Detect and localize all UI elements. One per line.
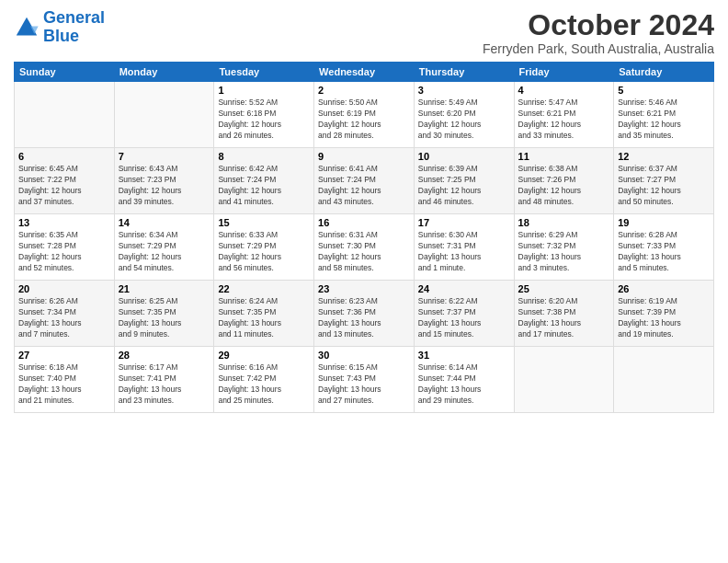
day-info: Sunrise: 6:14 AMSunset: 7:44 PMDaylight:…: [418, 362, 510, 407]
day-info: Sunrise: 5:50 AMSunset: 6:19 PMDaylight:…: [318, 98, 410, 142]
calendar-week-row: 13Sunrise: 6:35 AMSunset: 7:28 PMDayligh…: [15, 214, 714, 281]
table-row: 8Sunrise: 6:42 AMSunset: 7:24 PMDaylight…: [214, 148, 314, 214]
header-wednesday: Wednesday: [314, 63, 415, 82]
day-number: 2: [318, 85, 410, 96]
day-number: 6: [18, 151, 110, 162]
header-saturday: Saturday: [614, 63, 714, 82]
day-number: 26: [618, 283, 710, 294]
day-number: 20: [18, 283, 110, 294]
table-row: 1Sunrise: 5:52 AMSunset: 6:18 PMDaylight…: [214, 82, 314, 148]
logo-icon: [14, 15, 40, 40]
table-row: 6Sunrise: 6:45 AMSunset: 7:22 PMDaylight…: [15, 148, 115, 214]
day-number: 4: [518, 85, 610, 96]
table-row: 24Sunrise: 6:22 AMSunset: 7:37 PMDayligh…: [414, 281, 514, 347]
table-row: 29Sunrise: 6:16 AMSunset: 7:42 PMDayligh…: [214, 347, 314, 413]
day-info: Sunrise: 6:28 AMSunset: 7:33 PMDaylight:…: [618, 230, 710, 274]
day-info: Sunrise: 6:42 AMSunset: 7:24 PMDaylight:…: [218, 164, 310, 208]
day-number: 25: [518, 283, 610, 294]
day-number: 8: [218, 151, 310, 162]
header: General Blue October 2024 Ferryden Park,…: [14, 9, 714, 56]
table-row: 5Sunrise: 5:46 AMSunset: 6:21 PMDaylight…: [614, 82, 714, 148]
day-info: Sunrise: 6:25 AMSunset: 7:35 PMDaylight:…: [119, 296, 210, 340]
day-info: Sunrise: 6:29 AMSunset: 7:32 PMDaylight:…: [518, 230, 610, 274]
table-row: 30Sunrise: 6:15 AMSunset: 7:43 PMDayligh…: [314, 347, 415, 413]
day-info: Sunrise: 5:52 AMSunset: 6:18 PMDaylight:…: [218, 98, 310, 142]
table-row: 26Sunrise: 6:19 AMSunset: 7:39 PMDayligh…: [614, 281, 714, 347]
table-row: 27Sunrise: 6:18 AMSunset: 7:40 PMDayligh…: [15, 347, 115, 413]
table-row: 21Sunrise: 6:25 AMSunset: 7:35 PMDayligh…: [114, 281, 214, 347]
day-number: 31: [418, 350, 510, 361]
day-number: 22: [218, 283, 310, 294]
header-thursday: Thursday: [414, 63, 514, 82]
table-row: 7Sunrise: 6:43 AMSunset: 7:23 PMDaylight…: [114, 148, 214, 214]
day-number: 1: [218, 85, 310, 96]
day-info: Sunrise: 5:47 AMSunset: 6:21 PMDaylight:…: [518, 98, 610, 142]
title-area: October 2024 Ferryden Park, South Austra…: [483, 9, 714, 56]
table-row: 4Sunrise: 5:47 AMSunset: 6:21 PMDaylight…: [514, 82, 614, 148]
table-row: 3Sunrise: 5:49 AMSunset: 6:20 PMDaylight…: [414, 82, 514, 148]
day-number: 7: [119, 151, 210, 162]
day-number: 19: [618, 217, 710, 228]
table-row: 16Sunrise: 6:31 AMSunset: 7:30 PMDayligh…: [314, 214, 415, 281]
table-row: 9Sunrise: 6:41 AMSunset: 7:24 PMDaylight…: [314, 148, 415, 214]
day-info: Sunrise: 6:24 AMSunset: 7:35 PMDaylight:…: [218, 296, 310, 340]
day-info: Sunrise: 5:49 AMSunset: 6:20 PMDaylight:…: [418, 98, 510, 142]
table-row: 18Sunrise: 6:29 AMSunset: 7:32 PMDayligh…: [514, 214, 614, 281]
day-number: 3: [418, 85, 510, 96]
table-row: 12Sunrise: 6:37 AMSunset: 7:27 PMDayligh…: [614, 148, 714, 214]
table-row: 31Sunrise: 6:14 AMSunset: 7:44 PMDayligh…: [414, 347, 514, 413]
table-row: 28Sunrise: 6:17 AMSunset: 7:41 PMDayligh…: [114, 347, 214, 413]
calendar-week-row: 1Sunrise: 5:52 AMSunset: 6:18 PMDaylight…: [15, 82, 714, 148]
day-number: 17: [418, 217, 510, 228]
header-tuesday: Tuesday: [214, 63, 314, 82]
table-row: 13Sunrise: 6:35 AMSunset: 7:28 PMDayligh…: [15, 214, 115, 281]
day-number: 16: [318, 217, 410, 228]
day-info: Sunrise: 6:16 AMSunset: 7:42 PMDaylight:…: [218, 362, 310, 407]
day-info: Sunrise: 6:38 AMSunset: 7:26 PMDaylight:…: [518, 164, 610, 208]
day-info: Sunrise: 6:15 AMSunset: 7:43 PMDaylight:…: [318, 362, 410, 407]
day-info: Sunrise: 6:20 AMSunset: 7:38 PMDaylight:…: [518, 296, 610, 340]
table-row: 20Sunrise: 6:26 AMSunset: 7:34 PMDayligh…: [15, 281, 115, 347]
table-row: 23Sunrise: 6:23 AMSunset: 7:36 PMDayligh…: [314, 281, 415, 347]
header-friday: Friday: [514, 63, 614, 82]
day-info: Sunrise: 6:19 AMSunset: 7:39 PMDaylight:…: [618, 296, 710, 340]
table-row: 15Sunrise: 6:33 AMSunset: 7:29 PMDayligh…: [214, 214, 314, 281]
day-info: Sunrise: 6:30 AMSunset: 7:31 PMDaylight:…: [418, 230, 510, 274]
day-info: Sunrise: 6:41 AMSunset: 7:24 PMDaylight:…: [318, 164, 410, 208]
calendar-table: Sunday Monday Tuesday Wednesday Thursday…: [14, 62, 714, 413]
day-info: Sunrise: 5:46 AMSunset: 6:21 PMDaylight:…: [618, 98, 710, 142]
table-row: 19Sunrise: 6:28 AMSunset: 7:33 PMDayligh…: [614, 214, 714, 281]
month-title: October 2024: [483, 9, 714, 41]
day-info: Sunrise: 6:17 AMSunset: 7:41 PMDaylight:…: [119, 362, 210, 407]
table-row: [514, 347, 614, 413]
table-row: [114, 82, 214, 148]
day-number: 10: [418, 151, 510, 162]
day-number: 13: [18, 217, 110, 228]
day-info: Sunrise: 6:31 AMSunset: 7:30 PMDaylight:…: [318, 230, 410, 274]
day-info: Sunrise: 6:45 AMSunset: 7:22 PMDaylight:…: [18, 164, 110, 208]
day-number: 24: [418, 283, 510, 294]
day-number: 30: [318, 350, 410, 361]
day-info: Sunrise: 6:37 AMSunset: 7:27 PMDaylight:…: [618, 164, 710, 208]
calendar-week-row: 27Sunrise: 6:18 AMSunset: 7:40 PMDayligh…: [15, 347, 714, 413]
day-info: Sunrise: 6:34 AMSunset: 7:29 PMDaylight:…: [119, 230, 210, 274]
location-subtitle: Ferryden Park, South Australia, Australi…: [483, 41, 714, 56]
day-number: 28: [119, 350, 210, 361]
day-info: Sunrise: 6:39 AMSunset: 7:25 PMDaylight:…: [418, 164, 510, 208]
day-info: Sunrise: 6:26 AMSunset: 7:34 PMDaylight:…: [18, 296, 110, 340]
calendar-week-row: 20Sunrise: 6:26 AMSunset: 7:34 PMDayligh…: [15, 281, 714, 347]
day-number: 18: [518, 217, 610, 228]
table-row: [614, 347, 714, 413]
header-monday: Monday: [114, 63, 214, 82]
calendar-header-row: Sunday Monday Tuesday Wednesday Thursday…: [15, 63, 714, 82]
table-row: 25Sunrise: 6:20 AMSunset: 7:38 PMDayligh…: [514, 281, 614, 347]
day-number: 29: [218, 350, 310, 361]
logo-text: General Blue: [43, 9, 105, 46]
day-info: Sunrise: 6:33 AMSunset: 7:29 PMDaylight:…: [218, 230, 310, 274]
day-number: 15: [218, 217, 310, 228]
day-number: 27: [18, 350, 110, 361]
calendar-week-row: 6Sunrise: 6:45 AMSunset: 7:22 PMDaylight…: [15, 148, 714, 214]
day-number: 5: [618, 85, 710, 96]
day-info: Sunrise: 6:22 AMSunset: 7:37 PMDaylight:…: [418, 296, 510, 340]
table-row: 10Sunrise: 6:39 AMSunset: 7:25 PMDayligh…: [414, 148, 514, 214]
